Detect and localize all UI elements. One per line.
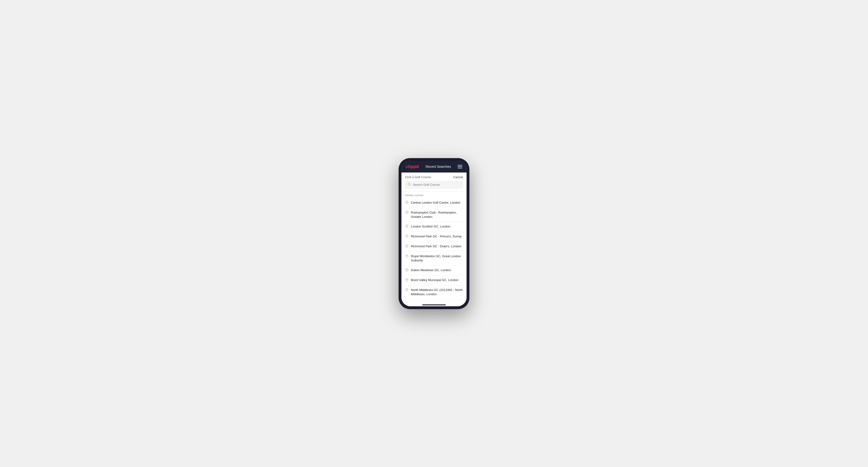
course-name: Richmond Park GC - Prince's, Surrey <box>411 234 462 239</box>
menu-line-2 <box>458 166 462 167</box>
location-pin-icon <box>405 245 408 249</box>
phone-inner: clippd Recent Searches Find a Golf Cours… <box>401 161 467 306</box>
course-name: Richmond Park GC - Duke's, London <box>411 244 461 248</box>
nearby-section: Nearby courses Central London Golf Centr… <box>401 191 467 303</box>
menu-line-3 <box>458 168 462 168</box>
menu-line-1 <box>458 165 462 165</box>
svg-point-3 <box>406 212 407 213</box>
home-indicator <box>401 303 467 306</box>
location-pin-icon <box>405 201 408 205</box>
list-item[interactable]: Coombe Hill GC, Kingston upon Thames <box>401 300 467 303</box>
list-item[interactable]: Roehampton Club - Roehampton, Greater Lo… <box>401 208 467 222</box>
svg-point-8 <box>406 269 407 270</box>
search-icon <box>408 183 411 187</box>
content-area: Find a Golf Course Cancel <box>401 173 467 306</box>
course-name: Brent Valley Municipal GC, London <box>411 278 458 282</box>
svg-point-2 <box>406 202 407 203</box>
course-name: Royal Wimbledon GC, Great London Authori… <box>411 254 463 262</box>
nav-title: Recent Searches <box>426 165 451 168</box>
list-item[interactable]: Brent Valley Municipal GC, London <box>401 275 467 285</box>
location-pin-icon <box>405 211 408 215</box>
location-pin-icon <box>405 278 408 282</box>
svg-point-9 <box>406 279 407 280</box>
list-item[interactable]: Richmond Park GC - Prince's, Surrey <box>401 232 467 242</box>
location-pin-icon <box>405 254 408 259</box>
svg-point-6 <box>406 245 407 246</box>
svg-point-4 <box>406 226 407 226</box>
location-pin-icon <box>405 225 408 229</box>
search-input[interactable] <box>413 183 460 186</box>
course-name: London Scottish GC, London <box>411 224 450 229</box>
list-item[interactable]: North Middlesex GC (1011942 - North Midd… <box>401 285 467 299</box>
course-name: Dukes Meadows GC, London <box>411 268 451 272</box>
menu-icon[interactable] <box>458 165 462 168</box>
phone-frame: clippd Recent Searches Find a Golf Cours… <box>399 158 469 309</box>
course-name: Roehampton Club - Roehampton, Greater Lo… <box>411 211 463 219</box>
svg-point-10 <box>406 289 407 290</box>
nearby-label: Nearby courses <box>401 191 467 198</box>
list-item[interactable]: Royal Wimbledon GC, Great London Authori… <box>401 252 467 266</box>
svg-point-5 <box>406 236 407 237</box>
list-item[interactable]: Richmond Park GC - Duke's, London <box>401 242 467 252</box>
course-name: Central London Golf Centre, London <box>411 200 460 205</box>
location-pin-icon <box>405 268 408 273</box>
app-logo: clippd <box>406 164 419 169</box>
home-bar <box>422 304 446 305</box>
find-label: Find a Golf Course <box>405 175 431 179</box>
search-container <box>401 181 467 191</box>
list-item[interactable]: Central London Golf Centre, London <box>401 198 467 208</box>
search-box <box>405 181 463 189</box>
list-item[interactable]: Dukes Meadows GC, London <box>401 266 467 275</box>
nav-bar: clippd Recent Searches <box>401 161 467 173</box>
find-header: Find a Golf Course Cancel <box>401 173 467 181</box>
location-pin-icon <box>405 288 408 292</box>
course-list: Central London Golf Centre, London Roeha… <box>401 198 467 303</box>
svg-point-7 <box>406 255 407 256</box>
svg-line-1 <box>410 185 411 185</box>
location-pin-icon <box>405 235 408 239</box>
course-name: North Middlesex GC (1011942 - North Midd… <box>411 288 463 297</box>
list-item[interactable]: London Scottish GC, London <box>401 222 467 232</box>
cancel-button[interactable]: Cancel <box>453 175 463 179</box>
